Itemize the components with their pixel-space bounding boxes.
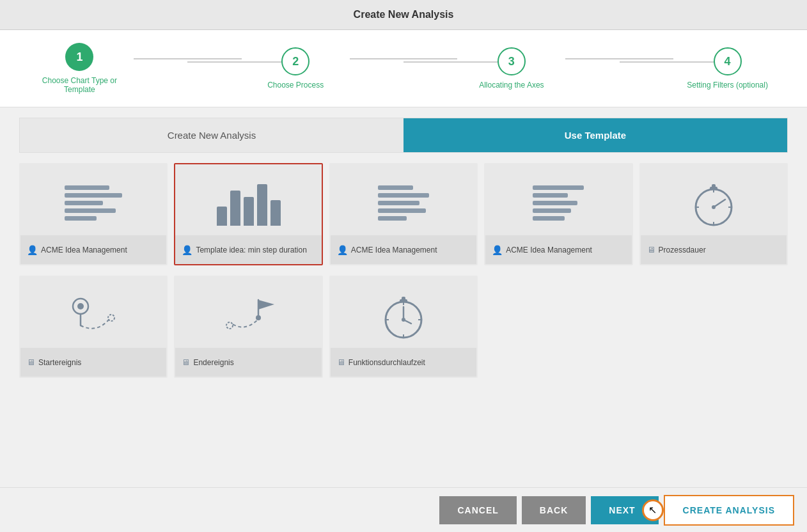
step-2-circle: 2: [281, 47, 309, 75]
svg-point-12: [108, 315, 114, 321]
grid-item-template[interactable]: 👤 Template idea: min step duration: [174, 163, 322, 265]
back-button[interactable]: BACK: [522, 496, 586, 524]
grid-item-icon-6: [20, 277, 166, 348]
step-3: 3 Allocating the Axes: [457, 47, 565, 90]
grid-item-label-3: 👤 ACME Idea Management: [331, 235, 476, 264]
grid-item-label-5: 🖥 Prozessdauer: [641, 235, 787, 264]
monitor-icon-3: 🖥: [182, 357, 190, 367]
monitor-icon-4: 🖥: [337, 357, 345, 367]
step-connector-1: [134, 58, 242, 59]
grid-item-label-2: 👤 Template idea: min step duration: [175, 235, 321, 264]
grid-item-acme-3[interactable]: 👤 ACME Idea Management: [484, 163, 632, 265]
svg-point-13: [226, 322, 233, 329]
grid-item-startereignis[interactable]: 🖥 Startereignis: [19, 276, 168, 378]
grid-item-label-1: 👤 ACME Idea Management: [20, 235, 166, 264]
next-cursor-ring: ↖: [642, 499, 664, 521]
dialog-title: Create New Analysis: [0, 0, 807, 30]
tab-use-template[interactable]: Use Template: [404, 118, 787, 152]
grid-item-icon-3: [331, 164, 476, 235]
svg-marker-16: [258, 300, 274, 309]
person-icon-2: 👤: [182, 245, 192, 255]
step-2: 2 Choose Process: [242, 47, 350, 90]
svg-point-22: [402, 318, 405, 322]
grid-item-label-8: 🖥 Funktionsdurchlaufzeit: [331, 348, 476, 377]
tab-create-new[interactable]: Create New Analysis: [20, 118, 404, 152]
grid-item-endereignis[interactable]: 🖥 Endereignis: [174, 276, 322, 378]
step-1: 1 Choose Chart Type or Template: [26, 43, 134, 94]
tab-bar: Create New Analysis Use Template: [19, 118, 788, 153]
step-connector-3: [565, 58, 673, 59]
grid-item-funktionsdurchlaufzeit[interactable]: 🖥 Funktionsdurchlaufzeit: [329, 276, 478, 378]
svg-rect-19: [402, 297, 405, 301]
grid-item-icon-8: [331, 277, 476, 348]
step-1-circle: 1: [65, 43, 93, 71]
step-1-label: Choose Chart Type or Template: [35, 76, 124, 94]
chart-grid-row2: 🖥 Startereignis 🖥 Endereignis: [19, 276, 788, 378]
grid-item-icon-4: [485, 164, 631, 235]
svg-line-3: [714, 199, 725, 207]
person-icon-1: 👤: [27, 245, 38, 255]
grid-item-icon-7: [175, 277, 321, 348]
monitor-icon-2: 🖥: [27, 357, 35, 367]
person-icon-3: 👤: [337, 245, 348, 255]
step-4-label: Setting Filters (optional): [687, 81, 768, 90]
grid-item-label-4: 👤 ACME Idea Management: [485, 235, 631, 264]
grid-item-icon-5: [641, 164, 787, 235]
svg-point-4: [712, 205, 716, 209]
grid-item-icon-2: [175, 164, 321, 235]
grid-item-icon-1: [20, 164, 166, 235]
bottom-bar: CANCEL BACK NEXT ↖ CREATE ANALYSIS: [0, 487, 807, 532]
step-connector-2: [350, 58, 458, 59]
chart-grid-row1: 👤 ACME Idea Management 👤 Template idea: …: [19, 163, 788, 265]
svg-point-10: [77, 303, 84, 309]
monitor-icon-1: 🖥: [647, 245, 655, 254]
person-icon-4: 👤: [492, 245, 503, 255]
grid-item-label-6: 🖥 Startereignis: [20, 348, 166, 377]
step-4: 4 Setting Filters (optional): [673, 47, 781, 90]
grid-item-acme-2[interactable]: 👤 ACME Idea Management: [329, 163, 478, 265]
step-4-circle: 4: [714, 47, 742, 75]
next-button-wrapper: NEXT ↖: [591, 496, 658, 524]
grid-item-prozessdauer[interactable]: 🖥 Prozessdauer: [639, 163, 788, 265]
stepper: 1 Choose Chart Type or Template 2 Choose…: [0, 30, 807, 107]
create-analysis-button[interactable]: CREATE ANALYSIS: [664, 495, 794, 526]
cancel-button[interactable]: CANCEL: [439, 496, 516, 524]
grid-item-label-7: 🖥 Endereignis: [175, 348, 321, 377]
grid-item-acme-1[interactable]: 👤 ACME Idea Management: [19, 163, 168, 265]
step-2-label: Choose Process: [267, 81, 324, 90]
step-3-label: Allocating the Axes: [479, 81, 544, 90]
cursor-icon: ↖: [648, 504, 657, 516]
svg-rect-2: [712, 184, 716, 188]
step-3-circle: 3: [498, 47, 526, 75]
